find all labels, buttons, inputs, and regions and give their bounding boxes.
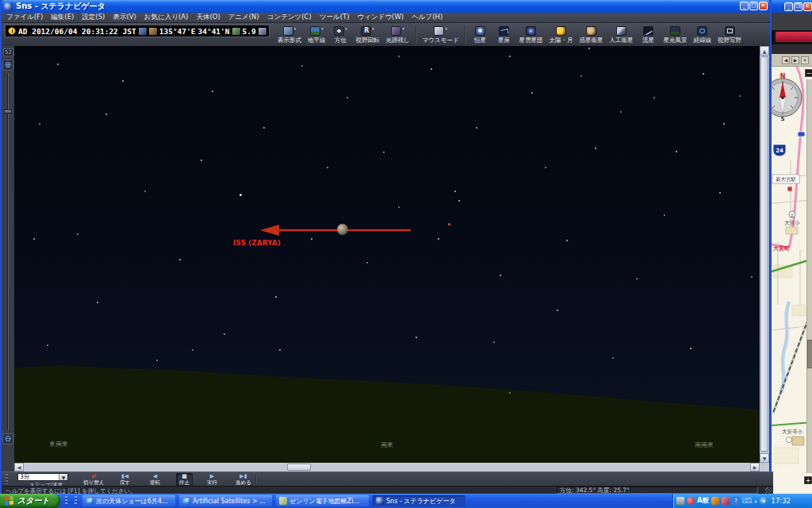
horizontal-scroll-thumb[interactable] [287,464,311,471]
zoom-out-button[interactable]: ⊖ [2,433,13,444]
daylight-icon[interactable] [139,28,147,35]
skip-start-icon: ▮◀ [121,474,128,479]
title-bar[interactable]: Sns - ステラナビゲータ _ □ ✕ [2,0,770,13]
map-app-window[interactable]: _ ❐ ✕ ◀ ▶ ✕ [770,0,812,494]
map-restore-button[interactable]: ❐ [794,2,802,11]
btn-mouse-mode[interactable]: ▾ マウスモード [419,23,462,46]
menu-help[interactable]: ヘルプ(H) [412,13,442,22]
ime-help-icon[interactable]: ? [732,497,740,505]
svg-text:文: 文 [791,213,795,217]
ime-indicator[interactable]: A般 [697,496,709,506]
scroll-right-icon[interactable]: ▶ [750,463,760,471]
planets-icon [586,26,596,36]
map-forward-icon[interactable]: ▶ [791,56,799,64]
btn-field-of-view[interactable]: 視野写野 [714,23,745,46]
ime-palette-icon[interactable] [711,497,719,505]
horizontal-scrollbar[interactable]: ◀ ▶ [14,463,760,471]
dropdown-arrow-icon: ▾ [321,26,324,31]
star [97,302,98,303]
btn-stop[interactable]: ■ 停止 [176,473,193,486]
start-button[interactable]: スタート [0,494,60,508]
menu-tools[interactable]: ツール(T) [320,13,350,22]
toolbar-grip[interactable] [6,474,8,484]
map-zoom-in-button[interactable]: + [804,476,812,484]
task-stella-navigator[interactable]: Sns - ステラナビゲータ [373,495,465,506]
btn-display-format[interactable]: ▾ 表示形式 [274,23,304,46]
task-artificial-satellites[interactable]: Artificial Satellites > ... [179,495,272,506]
map-close-button[interactable]: ✕ [803,2,812,11]
map-scrollbar-thumb[interactable] [807,340,812,368]
scroll-up-icon[interactable]: ▲ [760,46,769,56]
minimize-button[interactable]: _ [740,2,749,10]
btn-horizon[interactable]: ▾ 地平線 [304,23,329,46]
map-zoom-out-button[interactable]: − [805,69,812,77]
sky-view[interactable]: 東南東 南東 南南東 ISS (ZARYA) [14,46,760,463]
btn-grid-lines[interactable]: 経緯線 [691,23,715,46]
btn-artificial-satellites[interactable]: 人工衛星 [607,23,637,46]
step-dropdown-icon[interactable]: ▼ [59,474,67,480]
btn-planets-satellites[interactable]: 惑星衛星 [576,23,607,46]
btn-sun-moon[interactable]: 太陽・月 [546,23,576,46]
menu-file[interactable]: ファイル(F) [6,13,43,22]
star [39,123,40,125]
task-astronomy-show[interactable]: 次の天体ショーは6月4... [82,495,175,506]
menu-favorites[interactable]: お気に入り(A) [144,13,189,22]
btn-direction[interactable]: ▾ 方位 [329,23,353,46]
menu-window[interactable]: ウィンドウ(W) [358,13,404,22]
hidden-icons-icon[interactable]: ◂ [760,497,768,505]
menu-view[interactable]: 表示(V) [113,13,136,22]
btn-forward[interactable]: ▶▮ 進める [233,473,254,486]
quick-launch-grip[interactable] [75,496,77,506]
star [653,97,655,98]
vertical-scrollbar[interactable]: ▲ ▼ [760,46,769,463]
ime-chevron-icon[interactable]: ▾ [755,498,757,504]
map-back-icon[interactable]: ◀ [782,56,790,64]
menu-contents[interactable]: コンテンツ(C) [267,13,312,22]
btn-view-rotation[interactable]: ▾ 視野回転 [353,23,383,46]
star [33,238,35,240]
antivirus-icon[interactable] [687,497,695,505]
map-minimize-button[interactable]: _ [784,2,793,11]
quick-launch-grip[interactable] [65,496,67,506]
menu-edit[interactable]: 編集(E) [51,13,74,22]
maximize-button[interactable]: □ [749,2,758,10]
btn-play[interactable]: ▶ 実行 [205,473,220,486]
station-name: 新大宮駅 [776,176,797,183]
btn-switch[interactable]: ⇄ 切り替え [81,473,106,486]
btn-reverse[interactable]: ◀ 逆転 [147,473,163,486]
star [676,151,677,152]
btn-constellation[interactable]: 星座 [492,23,516,46]
stella-app-icon [376,497,384,505]
btn-rewind[interactable]: ▮◀ 戻す [117,473,132,486]
map-stop-icon[interactable]: ✕ [801,56,809,64]
zoom-slider-thumb[interactable] [4,110,12,114]
btn-fixed-stars[interactable]: 恒星 [469,23,492,46]
btn-light-trail[interactable]: ▾ 光跡残し [383,23,413,46]
usb-device-icon[interactable] [676,497,684,505]
close-button[interactable]: ✕ [759,2,768,10]
map-titlebar: _ ❐ ✕ [772,0,812,13]
zoom-in-button[interactable]: ⊕ [2,60,13,71]
mouse-mode-icon [434,26,444,36]
vertical-scroll-thumb[interactable] [760,56,768,452]
task-zenrin-map[interactable]: ゼンリン電子地図帳Zi... [276,495,369,506]
magnitude-icon[interactable] [259,28,266,35]
menu-anime[interactable]: アニメ(N) [228,13,259,22]
map-scrollbar[interactable] [806,79,812,473]
btn-meteors[interactable]: 流星 [637,23,661,46]
scroll-left-icon[interactable]: ◀ [14,463,24,471]
location-icon[interactable] [232,28,240,35]
btn-starlight-scenery[interactable]: 星光風景 [661,23,691,46]
ime-pad-icon[interactable] [722,497,730,505]
zoom-slider[interactable] [7,73,9,430]
step-combo[interactable]: 3分 ▼ [17,473,68,481]
shrine-icon [787,187,792,191]
twilight-icon[interactable] [149,28,157,35]
btn-nebulae-clusters[interactable]: 星雲星団 [516,23,546,46]
star [239,194,242,196]
meteor-icon [643,26,653,36]
switch-icon: ⇄ [91,474,96,479]
scroll-down-icon[interactable]: ▼ [760,453,769,463]
menu-settings[interactable]: 設定(S) [82,13,105,22]
menu-objects[interactable]: 天体(O) [196,13,220,22]
